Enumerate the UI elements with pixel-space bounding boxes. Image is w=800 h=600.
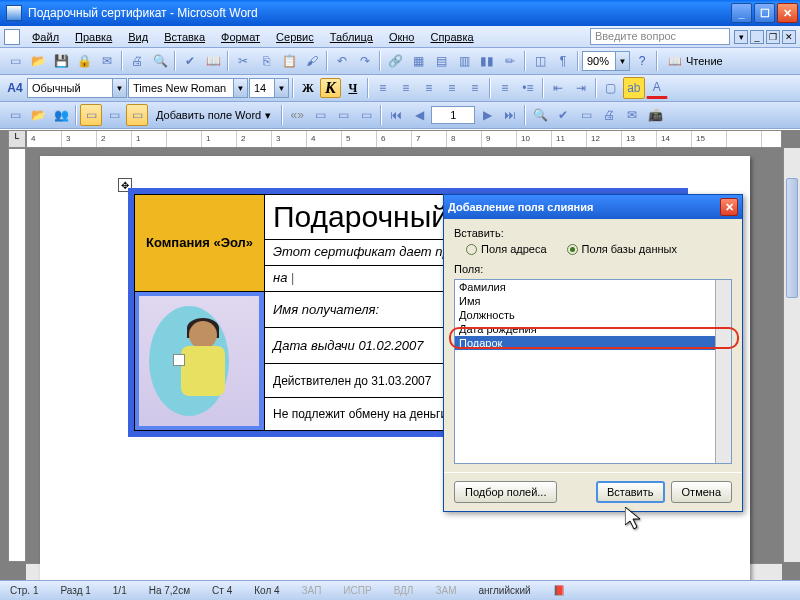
fields-listbox[interactable]: ФамилияИмяДолжностьДата рожденияПодарок bbox=[454, 279, 732, 464]
horizontal-ruler[interactable]: 4321123456789101112131415 bbox=[26, 130, 782, 148]
company-cell[interactable]: Компания «Эол» bbox=[135, 195, 265, 292]
mm-greeting-icon[interactable]: ▭ bbox=[103, 104, 125, 126]
menu-file[interactable]: Файл bbox=[24, 28, 67, 46]
numbered-list-icon[interactable]: ≡ bbox=[494, 77, 516, 99]
menu-table[interactable]: Таблица bbox=[322, 28, 381, 46]
preview-icon[interactable]: 🔍 bbox=[149, 50, 171, 72]
spellcheck-icon[interactable]: ✔ bbox=[179, 50, 201, 72]
font-color-icon[interactable]: A bbox=[646, 77, 668, 99]
menu-tools[interactable]: Сервис bbox=[268, 28, 322, 46]
mm-open-icon[interactable]: 📂 bbox=[27, 104, 49, 126]
doc-min-button[interactable]: _ bbox=[750, 30, 764, 44]
open-icon[interactable]: 📂 bbox=[27, 50, 49, 72]
outdent-icon[interactable]: ⇤ bbox=[547, 77, 569, 99]
mm-recipients-icon[interactable]: 👥 bbox=[50, 104, 72, 126]
list-item[interactable]: Фамилия bbox=[455, 280, 731, 294]
highlight-icon[interactable]: ab bbox=[623, 77, 645, 99]
mm-check-icon[interactable]: ✔ bbox=[552, 104, 574, 126]
font-combo[interactable]: Times New Roman▼ bbox=[128, 78, 248, 98]
help-search-input[interactable]: Введите вопрос bbox=[590, 28, 730, 45]
italic-button[interactable]: К bbox=[320, 78, 341, 98]
underline-button[interactable]: Ч bbox=[342, 77, 364, 99]
redo-icon[interactable]: ↷ bbox=[354, 50, 376, 72]
list-item[interactable]: Подарок bbox=[455, 336, 731, 350]
mm-merge-new-icon[interactable]: ▭ bbox=[575, 104, 597, 126]
mm-highlight-icon[interactable]: ▭ bbox=[309, 104, 331, 126]
vertical-scrollbar[interactable] bbox=[783, 148, 800, 562]
cancel-button[interactable]: Отмена bbox=[671, 481, 732, 503]
paste-icon[interactable]: 📋 bbox=[278, 50, 300, 72]
drawing-icon[interactable]: ✏ bbox=[499, 50, 521, 72]
match-fields-button[interactable]: Подбор полей... bbox=[454, 481, 557, 503]
mm-labels-icon[interactable]: ▭ bbox=[355, 104, 377, 126]
styles-pane-icon[interactable]: A4 bbox=[4, 77, 26, 99]
mm-merge-mail-icon[interactable]: ✉ bbox=[621, 104, 643, 126]
mm-first-icon[interactable]: ⏮ bbox=[385, 104, 407, 126]
justify-icon[interactable]: ≡ bbox=[441, 77, 463, 99]
save-icon[interactable]: 💾 bbox=[50, 50, 72, 72]
mm-last-icon[interactable]: ⏭ bbox=[499, 104, 521, 126]
mm-match-icon[interactable]: ▭ bbox=[332, 104, 354, 126]
line-spacing-icon[interactable]: ≡ bbox=[464, 77, 486, 99]
zoom-combo[interactable]: 90%▼ bbox=[582, 51, 630, 71]
copy-icon[interactable]: ⎘ bbox=[255, 50, 277, 72]
insert-table-icon[interactable]: ▤ bbox=[430, 50, 452, 72]
mm-next-icon[interactable]: ▶ bbox=[476, 104, 498, 126]
menu-help[interactable]: Справка bbox=[422, 28, 481, 46]
menu-insert[interactable]: Вставка bbox=[156, 28, 213, 46]
status-book-icon[interactable]: 📕 bbox=[549, 585, 569, 596]
print-icon[interactable]: 🖨 bbox=[126, 50, 148, 72]
borders-icon[interactable]: ▢ bbox=[600, 77, 622, 99]
show-para-icon[interactable]: ¶ bbox=[552, 50, 574, 72]
mail-icon[interactable]: ✉ bbox=[96, 50, 118, 72]
mm-insert-field-icon[interactable]: ▭ bbox=[126, 104, 148, 126]
close-button[interactable]: ✕ bbox=[777, 3, 798, 23]
doc-restore-button[interactable]: ❐ bbox=[766, 30, 780, 44]
list-item[interactable]: Должность bbox=[455, 308, 731, 322]
bold-button[interactable]: Ж bbox=[297, 77, 319, 99]
mm-view-data-icon[interactable]: «» bbox=[286, 104, 308, 126]
menu-format[interactable]: Формат bbox=[213, 28, 268, 46]
bullet-list-icon[interactable]: •≡ bbox=[517, 77, 539, 99]
mm-insert-block-icon[interactable]: ▭ bbox=[80, 104, 102, 126]
insert-button[interactable]: Вставить bbox=[596, 481, 665, 503]
style-combo[interactable]: Обычный▼ bbox=[27, 78, 127, 98]
list-item[interactable]: Дата рождения bbox=[455, 322, 731, 336]
mm-find-icon[interactable]: 🔍 bbox=[529, 104, 551, 126]
fontsize-combo[interactable]: 14▼ bbox=[249, 78, 289, 98]
vertical-ruler[interactable] bbox=[8, 148, 26, 562]
align-left-icon[interactable]: ≡ bbox=[372, 77, 394, 99]
permissions-icon[interactable]: 🔒 bbox=[73, 50, 95, 72]
cut-icon[interactable]: ✂ bbox=[232, 50, 254, 72]
list-item[interactable]: Имя bbox=[455, 294, 731, 308]
minimize-button[interactable]: _ bbox=[731, 3, 752, 23]
dialog-titlebar[interactable]: Добавление поля слияния ✕ bbox=[444, 195, 742, 219]
excel-icon[interactable]: ▥ bbox=[453, 50, 475, 72]
undo-icon[interactable]: ↶ bbox=[331, 50, 353, 72]
tables-borders-icon[interactable]: ▦ bbox=[407, 50, 429, 72]
research-icon[interactable]: 📖 bbox=[202, 50, 224, 72]
maximize-button[interactable]: ☐ bbox=[754, 3, 775, 23]
dialog-close-button[interactable]: ✕ bbox=[720, 198, 738, 216]
scrollbar-thumb[interactable] bbox=[786, 178, 798, 298]
mm-add-word-field[interactable]: Добавить поле Word ▾ bbox=[149, 104, 278, 126]
mm-prev-icon[interactable]: ◀ bbox=[408, 104, 430, 126]
docmap-icon[interactable]: ◫ bbox=[529, 50, 551, 72]
help-dropdown[interactable]: ▾ bbox=[734, 30, 748, 44]
menu-view[interactable]: Вид bbox=[120, 28, 156, 46]
columns-icon[interactable]: ▮▮ bbox=[476, 50, 498, 72]
image-cell[interactable] bbox=[135, 292, 265, 431]
mm-merge-fax-icon[interactable]: 📠 bbox=[644, 104, 666, 126]
help-icon[interactable]: ? bbox=[631, 50, 653, 72]
mm-merge-print-icon[interactable]: 🖨 bbox=[598, 104, 620, 126]
reading-mode-button[interactable]: 📖 Чтение bbox=[661, 50, 730, 72]
listbox-scrollbar[interactable] bbox=[715, 280, 731, 463]
format-painter-icon[interactable]: 🖌 bbox=[301, 50, 323, 72]
mm-setup-icon[interactable]: ▭ bbox=[4, 104, 26, 126]
doc-close-button[interactable]: ✕ bbox=[782, 30, 796, 44]
status-lang[interactable]: английский bbox=[474, 585, 534, 596]
indent-icon[interactable]: ⇥ bbox=[570, 77, 592, 99]
menu-window[interactable]: Окно bbox=[381, 28, 423, 46]
hyperlink-icon[interactable]: 🔗 bbox=[384, 50, 406, 72]
new-doc-icon[interactable]: ▭ bbox=[4, 50, 26, 72]
